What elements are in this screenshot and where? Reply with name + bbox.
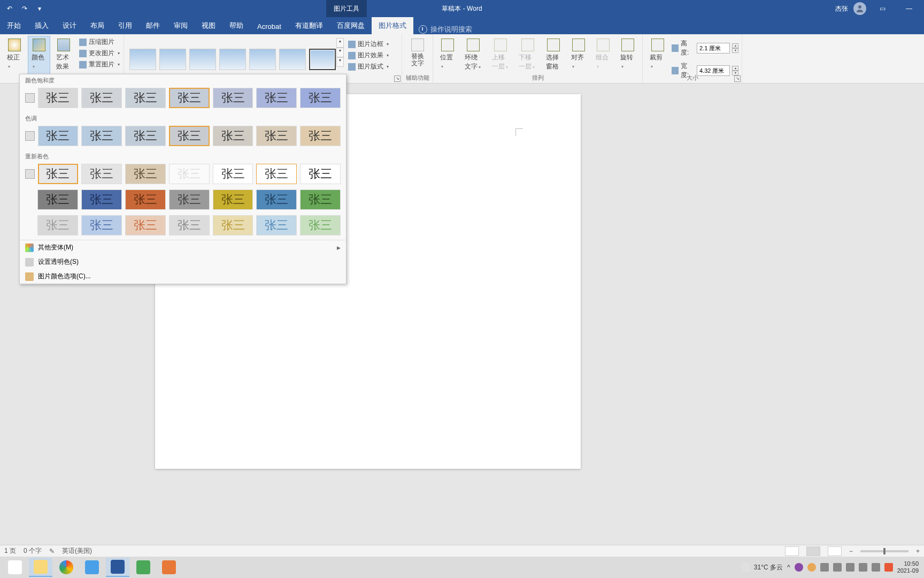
weather-widget[interactable]: 31°C 多云	[754, 563, 783, 572]
tab-mailings[interactable]: 邮件	[139, 17, 167, 34]
recolor-swatch[interactable]: 张三	[169, 164, 210, 184]
recolor-swatch[interactable]: 张三	[213, 164, 253, 184]
style-thumb[interactable]	[129, 49, 156, 70]
picture-layout-button[interactable]: 图片版式	[346, 62, 391, 72]
picture-border-button[interactable]: 图片边框	[346, 39, 391, 49]
saturation-swatch[interactable]: 张三	[256, 88, 297, 108]
saturation-swatch[interactable]: 张三	[38, 88, 79, 108]
tab-design[interactable]: 设计	[56, 17, 83, 34]
more-variants-item[interactable]: 其他变体(M) ▶	[20, 240, 346, 255]
read-mode-button[interactable]	[785, 546, 799, 556]
gallery-down[interactable]: ▾	[336, 48, 344, 57]
recolor-swatch[interactable]: 张三	[81, 215, 122, 235]
file-explorer-task[interactable]	[29, 558, 52, 577]
gallery-up[interactable]: ▴	[336, 38, 344, 48]
tone-swatch[interactable]: 张三	[169, 126, 210, 146]
height-up[interactable]: ▴	[732, 43, 738, 48]
gallery-more[interactable]: ▾	[336, 57, 344, 67]
style-thumb[interactable]	[189, 49, 216, 70]
reset-picture-button[interactable]: 重置图片	[77, 59, 122, 70]
saturation-swatch[interactable]: 张三	[81, 88, 122, 108]
recolor-swatch[interactable]: 张三	[169, 215, 210, 235]
tab-view[interactable]: 视图	[195, 17, 222, 34]
recolor-swatch[interactable]: 张三	[125, 189, 166, 210]
recolor-swatch[interactable]: 张三	[125, 164, 166, 184]
tab-youdao[interactable]: 有道翻译	[288, 17, 330, 34]
language-status[interactable]: 英语(美国)	[62, 546, 92, 556]
recolor-swatch[interactable]: 张三	[256, 189, 297, 210]
tone-swatch[interactable]: 张三	[81, 126, 122, 146]
recolor-swatch[interactable]: 张三	[213, 215, 253, 235]
tell-me-search[interactable]: 操作说明搜索	[413, 25, 478, 34]
sogou-icon[interactable]	[884, 563, 893, 572]
app-task-green[interactable]	[132, 558, 155, 577]
ribbon-display-options[interactable]: ▭	[872, 1, 893, 17]
recolor-swatch[interactable]: 张三	[37, 215, 78, 235]
recolor-swatch[interactable]: 张三	[37, 189, 78, 210]
news-icon[interactable]	[741, 563, 750, 572]
battery-icon[interactable]	[846, 563, 854, 572]
wifi-icon[interactable]	[820, 563, 829, 572]
tab-acrobat[interactable]: Acrobat	[250, 19, 288, 34]
tone-swatch[interactable]: 张三	[38, 126, 79, 146]
ime-icon-2[interactable]	[872, 563, 880, 572]
recolor-swatch[interactable]: 张三	[300, 189, 341, 210]
redo-button[interactable]: ↷	[19, 3, 30, 14]
web-layout-button[interactable]	[828, 546, 842, 556]
saturation-swatch[interactable]: 张三	[300, 88, 341, 108]
picture-effects-button[interactable]: 图片效果	[346, 50, 391, 60]
word-task[interactable]	[106, 558, 129, 577]
recolor-swatch[interactable]: 张三	[38, 164, 79, 184]
tone-swatch[interactable]: 张三	[256, 126, 297, 146]
tray-chevron[interactable]: ^	[787, 564, 790, 571]
tab-help[interactable]: 帮助	[222, 17, 250, 34]
zoom-out-button[interactable]: −	[849, 547, 853, 555]
print-layout-button[interactable]	[806, 546, 820, 556]
tray-icon-2[interactable]	[807, 563, 816, 572]
qat-customize[interactable]: ▾	[34, 3, 45, 14]
saturation-swatch[interactable]: 张三	[169, 88, 210, 108]
tab-home[interactable]: 开始	[0, 17, 28, 34]
app-task-orange[interactable]	[157, 558, 181, 577]
color-options-item[interactable]: 图片颜色选项(C)...	[20, 269, 346, 284]
clock[interactable]: 10:50 2021-09	[897, 560, 921, 574]
saturation-swatch[interactable]: 张三	[125, 88, 166, 108]
height-down[interactable]: ▾	[732, 48, 738, 53]
tone-swatch[interactable]: 张三	[213, 126, 253, 146]
width-up[interactable]: ▴	[732, 66, 738, 71]
tone-swatch[interactable]: 张三	[125, 126, 166, 146]
recolor-swatch[interactable]: 张三	[300, 164, 341, 184]
user-avatar[interactable]	[853, 2, 866, 15]
tab-baidu[interactable]: 百度网盘	[330, 17, 372, 34]
tab-insert[interactable]: 插入	[28, 17, 56, 34]
recolor-swatch[interactable]: 张三	[81, 189, 122, 210]
minimize-button[interactable]: —	[898, 1, 920, 17]
undo-button[interactable]: ↶	[4, 3, 15, 14]
word-count[interactable]: 0 个字	[24, 546, 42, 556]
style-thumb[interactable]	[279, 49, 306, 70]
saturation-swatch[interactable]: 张三	[213, 88, 253, 108]
style-thumb[interactable]	[219, 49, 246, 70]
tone-swatch[interactable]: 张三	[300, 126, 341, 146]
height-input[interactable]	[697, 43, 730, 54]
volume-icon[interactable]	[833, 563, 842, 572]
zoom-in-button[interactable]: +	[916, 547, 920, 555]
tab-layout[interactable]: 布局	[83, 17, 111, 34]
tray-icon-1[interactable]	[795, 563, 803, 572]
chrome-task[interactable]	[55, 558, 78, 577]
recolor-swatch[interactable]: 张三	[256, 164, 297, 184]
zoom-slider[interactable]	[860, 550, 908, 552]
spellcheck-icon[interactable]: ✎	[49, 547, 55, 555]
photos-task[interactable]	[80, 558, 104, 577]
compress-pictures-button[interactable]: 压缩图片	[77, 37, 122, 47]
tab-references[interactable]: 引用	[111, 17, 139, 34]
page-count[interactable]: 1 页	[4, 546, 16, 556]
start-button[interactable]	[3, 558, 27, 577]
zoom-thumb[interactable]	[883, 548, 886, 554]
style-thumb[interactable]	[309, 49, 336, 70]
recolor-swatch[interactable]: 张三	[300, 215, 341, 235]
recolor-swatch[interactable]: 张三	[81, 164, 122, 184]
change-picture-button[interactable]: 更改图片	[77, 48, 122, 58]
styles-launcher[interactable]: ↘	[394, 75, 401, 82]
recolor-swatch[interactable]: 张三	[125, 215, 166, 235]
